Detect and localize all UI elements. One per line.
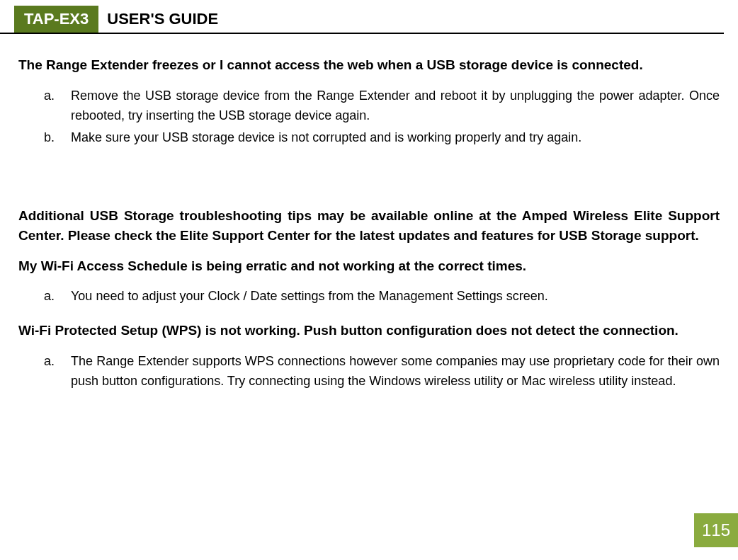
product-badge: TAP-EX3 [14,6,98,33]
troubleshooting-list: a. You need to adjust your Clock / Date … [44,286,720,307]
troubleshooting-list: a. The Range Extender supports WPS conne… [44,351,720,392]
list-marker: a. [44,351,71,392]
page-title: USER'S GUIDE [98,6,218,33]
page-content: The Range Extender freezes or I cannot a… [0,34,738,392]
section-heading: Wi-Fi Protected Setup (WPS) is not worki… [18,321,720,341]
list-marker: a. [44,286,71,307]
section-heading: The Range Extender freezes or I cannot a… [18,55,720,76]
page-header: TAP-EX3 USER'S GUIDE [0,6,724,34]
section-heading: My Wi-Fi Access Schedule is being errati… [18,256,720,277]
list-text: The Range Extender supports WPS connecti… [71,351,720,392]
list-marker: b. [44,127,71,148]
list-text: Remove the USB storage device from the R… [71,86,720,127]
list-item: a. You need to adjust your Clock / Date … [44,286,720,307]
list-marker: a. [44,86,71,127]
list-item: a. Remove the USB storage device from th… [44,86,720,127]
list-item: a. The Range Extender supports WPS conne… [44,351,720,392]
page-number: 115 [694,513,738,547]
list-text: Make sure your USB storage device is not… [71,127,720,148]
spacer [18,162,720,206]
list-text: You need to adjust your Clock / Date set… [71,286,720,307]
section-heading: Additional USB Storage troubleshooting t… [18,206,720,246]
list-item: b. Make sure your USB storage device is … [44,127,720,148]
troubleshooting-list: a. Remove the USB storage device from th… [44,86,720,148]
